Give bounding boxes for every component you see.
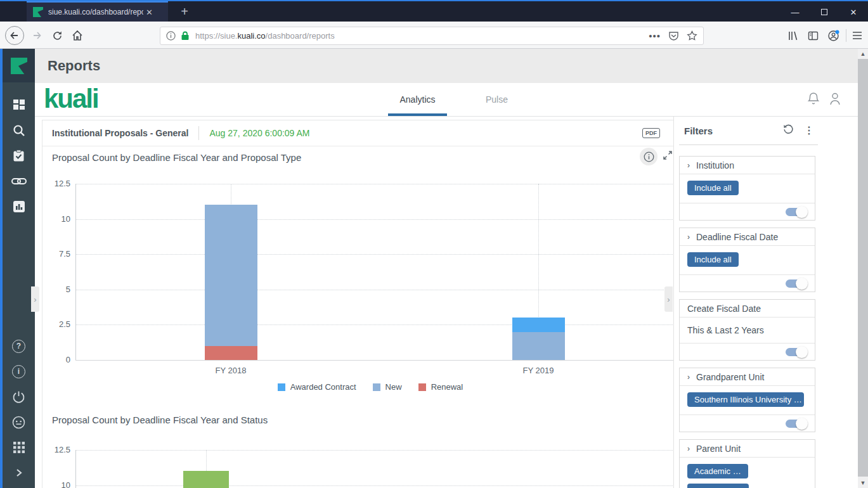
kuali-wordmark[interactable]: kuali bbox=[44, 84, 98, 114]
filter-value-chip[interactable]: Include all bbox=[687, 252, 739, 267]
chart-title: Proposal Count by Deadline Fiscal Year a… bbox=[52, 152, 301, 163]
sidebars-button[interactable] bbox=[804, 27, 822, 44]
y-axis-tick-label: 5 bbox=[42, 285, 70, 294]
sidebar-item-tasks[interactable] bbox=[3, 143, 35, 169]
page-actions-button[interactable]: ••• bbox=[649, 30, 661, 41]
sidebar-item-logout[interactable] bbox=[3, 384, 35, 409]
url-bar[interactable]: https://siue.kuali.co/dashboard/reports … bbox=[160, 27, 704, 45]
reset-icon bbox=[782, 124, 794, 135]
filter-enable-toggle[interactable] bbox=[786, 420, 806, 428]
sidebar-item-dashboard[interactable] bbox=[3, 93, 35, 118]
browser-tab[interactable]: siue.kuali.co/dashboard/reports ✕ bbox=[27, 1, 168, 22]
sidebar-kuali-logo[interactable] bbox=[3, 49, 35, 82]
filter-value-chip[interactable]: Engineerin… bbox=[687, 484, 749, 488]
chart-expand-button[interactable] bbox=[663, 150, 673, 163]
scroll-down-arrow[interactable]: ▼ bbox=[858, 478, 868, 488]
toolbar-separator bbox=[846, 29, 846, 42]
window-close-button[interactable]: ✕ bbox=[839, 3, 868, 22]
search-icon bbox=[13, 124, 25, 137]
account-button[interactable] bbox=[824, 27, 842, 44]
filter-card-header[interactable]: ›Deadline Fiscal Date bbox=[680, 228, 815, 245]
window-minimize-button[interactable]: — bbox=[781, 3, 810, 22]
sidebar-item-feedback[interactable] bbox=[3, 409, 35, 435]
scroll-up-arrow[interactable]: ▲ bbox=[858, 49, 868, 59]
home-button[interactable] bbox=[68, 27, 86, 44]
hamburger-menu-icon bbox=[852, 31, 862, 40]
site-info-icon[interactable] bbox=[166, 31, 176, 41]
tab-analytics[interactable]: Analytics bbox=[388, 83, 447, 116]
library-button[interactable] bbox=[784, 27, 801, 44]
sidebar-item-reports[interactable] bbox=[3, 194, 35, 219]
back-button[interactable] bbox=[5, 26, 24, 45]
browser-titlebar: siue.kuali.co/dashboard/reports ✕ + — ✕ bbox=[0, 0, 868, 22]
y-gridline bbox=[75, 450, 694, 451]
toggle-thumb bbox=[796, 206, 808, 218]
https-lock-icon[interactable] bbox=[181, 31, 190, 41]
filters-title: Filters bbox=[684, 125, 782, 136]
sidebar-expand-button[interactable] bbox=[3, 460, 35, 485]
filter-enable-toggle[interactable] bbox=[786, 208, 806, 216]
legend-item[interactable]: Awarded Contract bbox=[278, 382, 356, 392]
maximize-icon bbox=[821, 9, 827, 15]
legend-swatch bbox=[373, 383, 380, 391]
sidebar-item-apps[interactable] bbox=[3, 435, 35, 460]
bar-segment-new bbox=[205, 205, 257, 345]
filter-card-footer bbox=[680, 274, 815, 292]
legend-item[interactable]: Renewal bbox=[418, 382, 463, 392]
report-card: Institutional Proposals - General Aug 27… bbox=[42, 120, 699, 488]
sidebar-item-info[interactable]: i bbox=[3, 359, 35, 384]
home-icon bbox=[72, 30, 83, 41]
filter-value-chip[interactable]: Include all bbox=[687, 181, 739, 195]
y-gridline bbox=[75, 184, 694, 184]
apps-grid-icon bbox=[13, 442, 25, 453]
legend-item[interactable]: New bbox=[373, 382, 402, 392]
forward-button[interactable] bbox=[28, 27, 46, 44]
new-tab-button[interactable]: + bbox=[175, 3, 194, 22]
refresh-button[interactable] bbox=[48, 27, 66, 44]
legend-label: Renewal bbox=[431, 382, 463, 392]
app-viewport: ? i Reports kuali Analytics Pulse bbox=[0, 49, 868, 488]
filter-enable-toggle[interactable] bbox=[786, 279, 806, 288]
profile-button[interactable] bbox=[829, 92, 841, 108]
menu-button[interactable] bbox=[848, 27, 866, 44]
power-icon bbox=[12, 390, 25, 404]
y-axis-tick-label: 0 bbox=[42, 355, 70, 364]
left-panel-expand-handle[interactable]: › bbox=[31, 286, 39, 312]
y-gridline bbox=[75, 290, 694, 290]
sidebar-item-links[interactable] bbox=[3, 169, 35, 194]
filter-card-title: Institution bbox=[696, 160, 734, 170]
filter-value-chip[interactable]: Academic … bbox=[687, 464, 748, 478]
filters-collapse-handle[interactable]: › bbox=[664, 286, 673, 312]
filter-card-footer bbox=[680, 414, 815, 432]
link-icon bbox=[11, 177, 27, 186]
filter-card-header[interactable]: ›Institution bbox=[680, 157, 815, 174]
filter-card-body: This & Last 2 Years bbox=[680, 317, 815, 343]
bar-chart-icon bbox=[13, 200, 25, 213]
filter-card-header[interactable]: ›Parent Unit bbox=[680, 440, 815, 457]
sidebar-item-help[interactable]: ? bbox=[3, 333, 35, 359]
filters-kebab-menu[interactable]: ⋮ bbox=[804, 125, 814, 136]
sidebar-item-search[interactable] bbox=[3, 118, 35, 143]
filter-value-text: This & Last 2 Years bbox=[687, 324, 764, 335]
filter-card-header[interactable]: ›Grandparent Unit bbox=[680, 368, 815, 385]
pdf-export-button[interactable]: PDF bbox=[642, 128, 660, 138]
filter-value-chip[interactable]: Southern Illinois University … bbox=[687, 392, 804, 407]
info-icon bbox=[644, 151, 654, 162]
browser-scrollbar[interactable]: ▲ ▼ bbox=[858, 49, 868, 488]
pocket-icon[interactable] bbox=[668, 30, 679, 41]
y-gridline bbox=[75, 254, 694, 255]
filters-reset-button[interactable] bbox=[782, 124, 794, 138]
window-maximize-button[interactable] bbox=[810, 3, 839, 22]
toggle-thumb bbox=[796, 278, 808, 290]
bookmark-star-icon[interactable] bbox=[687, 30, 697, 41]
notifications-button[interactable] bbox=[807, 92, 820, 108]
tab-pulse[interactable]: Pulse bbox=[466, 83, 528, 116]
filter-card-header[interactable]: Create Fiscal Date bbox=[680, 300, 815, 317]
tab-close-icon[interactable]: ✕ bbox=[146, 8, 153, 17]
y-axis-tick-label: 2.5 bbox=[42, 319, 70, 329]
scrollbar-thumb[interactable] bbox=[858, 59, 868, 477]
filter-enable-toggle[interactable] bbox=[786, 348, 806, 356]
legend-label: Awarded Contract bbox=[290, 382, 356, 392]
filter-card-parent-unit: ›Parent UnitAcademic …Engineerin… bbox=[679, 439, 815, 488]
chart-info-button[interactable] bbox=[640, 148, 657, 165]
